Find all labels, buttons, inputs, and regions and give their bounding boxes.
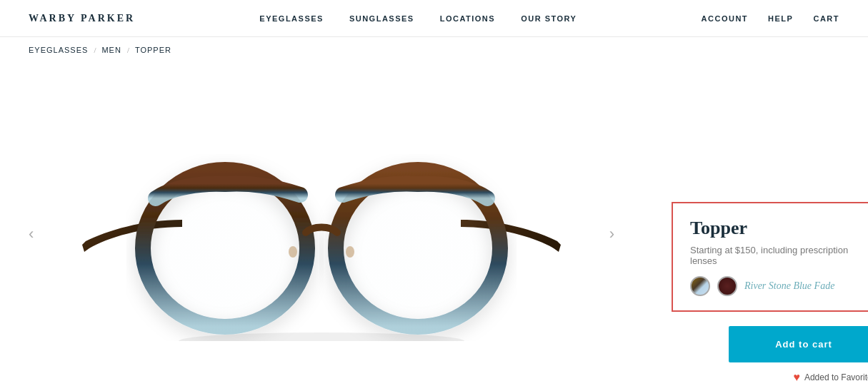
nav-our-story[interactable]: OUR STORY: [521, 14, 577, 23]
carousel-prev-button[interactable]: ‹: [21, 218, 41, 250]
product-price: Starting at $150, including prescription…: [690, 245, 860, 266]
color-swatch-2[interactable]: [717, 276, 737, 296]
carousel-next-button[interactable]: ›: [602, 218, 622, 250]
nav-cart[interactable]: CART: [813, 14, 839, 23]
chevron-left-icon: ‹: [29, 225, 34, 243]
breadcrumb-eyeglasses[interactable]: EYEGLASSES: [29, 46, 88, 54]
heart-icon: ♥: [793, 371, 800, 384]
color-swatch-1[interactable]: [690, 276, 710, 296]
svg-point-3: [344, 178, 492, 319]
chevron-right-icon: ›: [609, 225, 614, 243]
product-name: Topper: [690, 218, 860, 239]
svg-point-1: [151, 178, 299, 319]
svg-point-4: [289, 246, 297, 258]
main-content: ‹: [0, 63, 868, 386]
nav-locations[interactable]: LOCATIONS: [440, 14, 495, 23]
logo[interactable]: WARBY PARKER: [29, 13, 135, 24]
nav-sunglasses[interactable]: SUNGLASSES: [349, 14, 414, 23]
product-image: [71, 120, 572, 348]
image-area: ‹: [0, 63, 643, 386]
nav-links-center: EYEGLASSES SUNGLASSES LOCATIONS OUR STOR…: [259, 14, 577, 23]
breadcrumb-current: TOPPER: [135, 46, 171, 54]
color-name: River Stone Blue Fade: [744, 280, 834, 292]
add-to-cart-section: Add to cart ♥ Added to Favorites!: [672, 326, 868, 384]
product-info-box: Topper Starting at $150, including presc…: [672, 202, 868, 312]
favorites-text: Added to Favorites!: [804, 372, 868, 382]
glasses-svg: [71, 127, 572, 341]
svg-point-5: [346, 246, 354, 258]
color-options: River Stone Blue Fade: [690, 276, 860, 296]
nav-eyeglasses[interactable]: EYEGLASSES: [259, 14, 324, 23]
favorites-message: ♥ Added to Favorites!: [793, 371, 868, 384]
nav-help[interactable]: HELP: [768, 14, 793, 23]
breadcrumb-sep-1: /: [94, 46, 96, 54]
navigation: WARBY PARKER EYEGLASSES SUNGLASSES LOCAT…: [0, 0, 868, 37]
add-to-cart-button[interactable]: Add to cart: [729, 326, 868, 362]
product-panel: Topper Starting at $150, including presc…: [643, 63, 868, 386]
breadcrumb-men[interactable]: MEN: [101, 46, 121, 54]
breadcrumb: EYEGLASSES / MEN / TOPPER: [0, 37, 868, 63]
nav-links-right: ACCOUNT HELP CART: [702, 14, 839, 23]
breadcrumb-sep-2: /: [127, 46, 129, 54]
nav-account[interactable]: ACCOUNT: [702, 14, 749, 23]
